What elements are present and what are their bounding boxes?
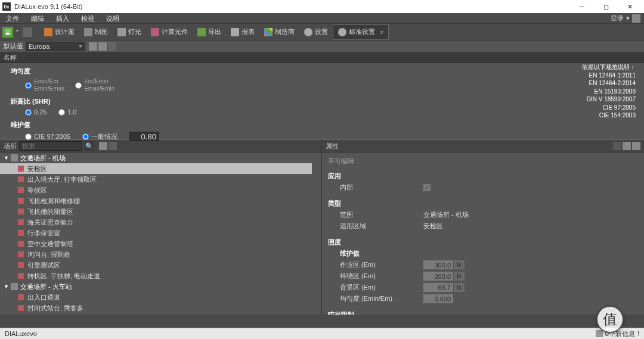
view-grid-icon[interactable] — [98, 42, 107, 51]
folder-icon — [11, 154, 18, 161]
status-app: DIALuxevo — [5, 330, 37, 337]
surround-label: 环绕区 (Em) — [340, 272, 423, 281]
tree-item[interactable]: 封闭式站台, 乘客多 — [0, 303, 321, 313]
item-icon — [18, 251, 24, 257]
uniformity-input[interactable] — [423, 294, 453, 303]
work-label: 作业区 (Em) — [340, 260, 423, 269]
tree-item[interactable]: 转机区, 手扶梯, 电动走道 — [0, 270, 321, 281]
save-dropdown[interactable] — [16, 30, 20, 35]
tab-label: 报表 — [242, 27, 255, 36]
minimize-button[interactable]: ─ — [570, 0, 594, 13]
view-icon[interactable] — [109, 142, 117, 150]
watermark: 值 什么值得买 — [596, 303, 638, 335]
tree-item[interactable]: 出入境大厅, 行李领取区 — [0, 174, 321, 185]
tab-draw[interactable]: 制图 — [79, 24, 113, 40]
tab-calc[interactable]: 计算元件 — [146, 24, 193, 40]
panel-icon[interactable] — [623, 142, 631, 150]
background-input[interactable] — [423, 283, 453, 292]
prop-area-value: 安检区 — [423, 222, 443, 231]
maint-opt1[interactable]: CIE 97:2005 — [25, 133, 70, 140]
menubar: 文件 编辑 插入 检视 说明 登录 ▾ — [0, 13, 644, 24]
tree-item[interactable]: 引擎测试区 — [0, 260, 321, 270]
tab-settings[interactable]: 设置 — [299, 24, 333, 40]
search-input[interactable] — [19, 141, 82, 151]
save-button[interactable] — [2, 27, 13, 38]
app-icon: Dx — [2, 2, 11, 11]
item-icon — [18, 230, 24, 236]
tab-export[interactable]: 导出 — [193, 24, 226, 40]
tree-category[interactable]: ▼交通场所 - 机场 — [0, 153, 321, 163]
tree-item[interactable]: 飞机检测和维修棚 — [0, 195, 321, 206]
avatar-icon — [632, 14, 640, 23]
tab-light[interactable]: 灯光 — [113, 24, 146, 40]
uniformity-title: 均匀度 — [11, 67, 633, 76]
tab-manufacturer[interactable]: 制造商 — [259, 24, 299, 40]
region-select[interactable]: Europa — [26, 42, 85, 51]
menu-edit[interactable]: 编辑 — [25, 13, 50, 24]
menu-file[interactable]: 文件 — [0, 13, 25, 24]
item-icon — [18, 209, 24, 214]
right-pane: 属性 不可编辑 应用 内部✓ 类型 范围交通场所 - 机场 适用区域安检区 照度… — [322, 139, 644, 315]
tab-label: 计算元件 — [162, 27, 188, 36]
uniformity-opt1[interactable]: Emin/EmEmin/Emax — [25, 78, 64, 92]
tab-design[interactable]: 设计案 — [39, 24, 79, 40]
shr-opt1[interactable]: 0.25 — [25, 108, 47, 116]
edit-icon[interactable] — [613, 142, 621, 150]
tab-report[interactable]: 报表 — [226, 24, 259, 40]
close-icon[interactable]: × — [380, 29, 383, 36]
tree-item[interactable]: 询问台, 报到处 — [0, 249, 321, 260]
norm-item: DIN V 18599:2007 — [582, 95, 636, 104]
view-list-icon[interactable] — [89, 42, 97, 51]
norm-item: EN 12464-2:2014 — [582, 79, 636, 88]
shr-opt2[interactable]: 1.0 — [58, 108, 76, 116]
maint-opt2[interactable]: 一般情况 — [82, 132, 117, 141]
inner-checkbox[interactable]: ✓ — [423, 184, 431, 191]
export-icon — [197, 28, 206, 36]
prop-range-value: 交通场所 - 机场 — [423, 210, 469, 219]
search-button[interactable]: 🔍 — [85, 141, 94, 151]
work-input[interactable] — [423, 260, 453, 269]
tree-item[interactable]: 等候区 — [0, 185, 321, 195]
tree-item[interactable]: 封闭式站台, 乘客少 — [0, 313, 321, 315]
maint-title: 维护值 — [11, 120, 633, 129]
login-button[interactable]: 登录 ▾ — [611, 14, 644, 23]
item-icon — [18, 262, 24, 268]
item-icon — [18, 294, 24, 300]
list-view-icon[interactable] — [99, 142, 107, 150]
tree-item[interactable]: 海关证照查验台 — [0, 217, 321, 228]
svg-rect-1 — [6, 33, 10, 35]
panel-icon[interactable] — [632, 142, 640, 150]
right-header: 属性 — [322, 139, 644, 153]
folder-icon — [11, 283, 18, 290]
toolbar: 设计案 制图 灯光 计算元件 导出 报表 制造商 设置 标准设置× — [0, 24, 644, 41]
prop-area-label: 适用区域 — [340, 222, 423, 231]
tab-label: 设置 — [315, 27, 328, 36]
maint-value-input[interactable] — [129, 132, 159, 141]
maximize-button[interactable]: ◻ — [594, 0, 618, 13]
undo-button[interactable] — [23, 27, 32, 37]
gear-icon — [338, 28, 346, 36]
location-tree[interactable]: ▼交通场所 - 机场 安检区 出入境大厅, 行李领取区 等候区 飞机检测和维修棚… — [0, 153, 321, 315]
tree-category[interactable]: ▼交通场所 - 火车站 — [0, 281, 321, 292]
norms-panel: 依据以下规范说明： EN 12464-1:2011 EN 12464-2:201… — [582, 63, 636, 120]
menu-view[interactable]: 检视 — [75, 13, 100, 24]
menu-insert[interactable]: 插入 — [50, 13, 75, 24]
tree-item[interactable]: 飞机棚的测量区 — [0, 206, 321, 217]
surround-input[interactable] — [423, 272, 453, 281]
uniformity-opt2[interactable]: Em/EminEmax/Emin — [75, 78, 114, 92]
tab-standard-settings[interactable]: 标准设置× — [333, 24, 389, 40]
tree-item[interactable]: 行李保管室 — [0, 228, 321, 238]
tree-item[interactable]: 出入口通道 — [0, 292, 321, 303]
section-illuminance: 照度 — [328, 237, 638, 248]
tree-item[interactable]: 空中交通管制塔 — [0, 238, 321, 249]
section-type: 类型 — [328, 198, 638, 209]
tree-item-selected[interactable]: 安检区 — [0, 163, 312, 174]
close-button[interactable]: ✕ — [618, 0, 642, 13]
window-title: DIALux evo 9.1 (64-Bit) — [14, 3, 570, 10]
maint-value-label: 维护值 — [340, 249, 423, 258]
background-label: 背景区 (Em) — [340, 283, 423, 292]
menu-help[interactable]: 说明 — [100, 13, 125, 24]
report-icon — [231, 28, 239, 36]
view-icon[interactable] — [108, 42, 116, 51]
item-icon — [18, 198, 24, 204]
